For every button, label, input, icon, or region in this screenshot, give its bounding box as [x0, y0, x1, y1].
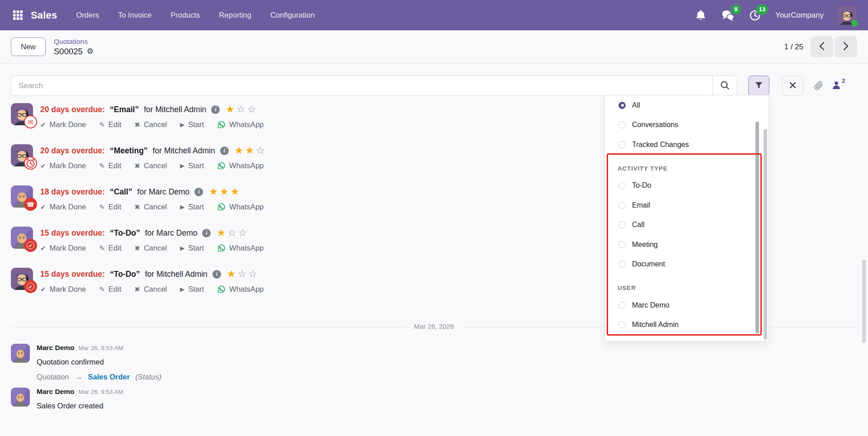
filter-option-call[interactable]: Call: [605, 215, 769, 235]
edit-button[interactable]: ✎Edit: [99, 203, 121, 211]
avatar[interactable]: [11, 144, 33, 166]
filter-option-todo[interactable]: To-Do: [605, 176, 769, 196]
avatar[interactable]: ☎: [11, 185, 33, 208]
star-filled-icon[interactable]: ★: [227, 269, 236, 279]
edit-button[interactable]: ✎Edit: [99, 161, 121, 170]
pencil-icon: ✎: [99, 245, 105, 251]
new-button[interactable]: New: [11, 38, 46, 56]
mark-done-button[interactable]: ✔Mark Done: [40, 285, 86, 294]
star-empty-icon[interactable]: ☆: [236, 104, 245, 114]
filter-option-all[interactable]: All: [605, 95, 769, 115]
star-filled-icon[interactable]: ★: [235, 146, 244, 156]
avatar[interactable]: ✓: [11, 227, 33, 249]
menu-reporting[interactable]: Reporting: [219, 11, 251, 19]
dropdown-outer-scrollbar[interactable]: [764, 129, 767, 340]
menu-orders[interactable]: Orders: [76, 11, 99, 19]
cancel-button[interactable]: ✖Cancel: [134, 120, 167, 129]
cancel-button[interactable]: ✖Cancel: [134, 161, 167, 170]
filter-option-conversations[interactable]: Conversations: [605, 115, 769, 135]
star-empty-icon[interactable]: ☆: [238, 228, 247, 238]
play-icon: ▶: [180, 245, 184, 251]
avatar[interactable]: ✉: [11, 103, 33, 125]
start-button[interactable]: ▶Start: [180, 203, 204, 211]
chatter-panel: 2 ✉ 20 days overdue: “Email” for Mitchel…: [0, 64, 868, 436]
attachments-button[interactable]: [813, 80, 824, 92]
whatsapp-button[interactable]: WhatsApp: [217, 244, 264, 252]
page-scrollbar[interactable]: [862, 260, 866, 343]
star-filled-icon[interactable]: ★: [231, 187, 240, 197]
start-button[interactable]: ▶Start: [180, 120, 204, 129]
avatar[interactable]: [11, 388, 30, 407]
menu-products[interactable]: Products: [170, 11, 200, 19]
breadcrumb-quotations-link[interactable]: Quotations: [54, 37, 94, 46]
edit-button[interactable]: ✎Edit: [99, 244, 121, 252]
star-empty-icon[interactable]: ☆: [247, 104, 256, 114]
pager-counter[interactable]: 1 / 25: [784, 43, 803, 52]
filter-option-meeting[interactable]: Meeting: [605, 235, 769, 255]
avatar[interactable]: ✓: [11, 268, 33, 290]
info-icon[interactable]: i: [202, 229, 211, 237]
star-empty-icon[interactable]: ☆: [256, 146, 265, 156]
gear-icon[interactable]: ⚙: [87, 47, 94, 55]
mark-done-button[interactable]: ✔Mark Done: [40, 161, 86, 170]
edit-button[interactable]: ✎Edit: [99, 120, 121, 129]
star-empty-icon[interactable]: ☆: [248, 269, 257, 279]
company-switcher[interactable]: YourCompany: [775, 11, 824, 20]
filter-option-email[interactable]: Email: [605, 195, 769, 215]
filter-option-document[interactable]: Document: [605, 255, 769, 275]
whatsapp-button[interactable]: WhatsApp: [217, 161, 264, 170]
pager-previous-button[interactable]: [811, 36, 833, 57]
close-thread-button[interactable]: [782, 76, 803, 96]
start-button[interactable]: ▶Start: [180, 244, 204, 252]
info-icon[interactable]: i: [194, 188, 203, 196]
avatar[interactable]: [11, 344, 30, 363]
cancel-button[interactable]: ✖Cancel: [134, 203, 167, 211]
followers-button[interactable]: 2: [832, 81, 845, 91]
star-filled-icon[interactable]: ★: [220, 187, 229, 197]
whatsapp-button[interactable]: WhatsApp: [217, 120, 264, 129]
tracking-new-value-link[interactable]: Sales Order: [88, 373, 130, 381]
radio-icon: [618, 102, 626, 109]
edit-button[interactable]: ✎Edit: [99, 285, 121, 294]
activity-title: “Call”: [110, 187, 132, 197]
apps-grid-icon[interactable]: [11, 9, 24, 22]
info-icon[interactable]: i: [212, 270, 221, 279]
start-button[interactable]: ▶Start: [180, 161, 204, 170]
star-filled-icon[interactable]: ★: [217, 228, 226, 238]
filter-option-marc-demo[interactable]: Marc Demo: [605, 295, 769, 315]
mark-done-button[interactable]: ✔Mark Done: [40, 203, 86, 211]
todo-activity-badge-icon: ✓: [24, 239, 37, 252]
activities-clock-icon[interactable]: 13: [748, 9, 762, 22]
info-icon[interactable]: i: [220, 147, 229, 155]
whatsapp-button[interactable]: WhatsApp: [217, 285, 264, 294]
main-menu: Orders To Invoice Products Reporting Con…: [76, 11, 315, 19]
star-empty-icon[interactable]: ☆: [227, 228, 236, 238]
play-icon: ▶: [180, 163, 184, 169]
mark-done-button[interactable]: ✔Mark Done: [40, 120, 86, 129]
mark-done-button[interactable]: ✔Mark Done: [40, 244, 86, 252]
top-navbar: Sales Orders To Invoice Products Reporti…: [0, 0, 868, 30]
star-filled-icon[interactable]: ★: [209, 187, 218, 197]
check-icon: ✔: [40, 286, 46, 293]
pager-next-button[interactable]: [835, 36, 857, 57]
star-empty-icon[interactable]: ☆: [238, 269, 247, 279]
dropdown-scrollbar[interactable]: [755, 122, 759, 333]
filter-option-mitchell-admin[interactable]: Mitchell Admin: [605, 315, 769, 335]
star-filled-icon[interactable]: ★: [226, 104, 235, 114]
whatsapp-button[interactable]: WhatsApp: [217, 203, 264, 211]
star-filled-icon[interactable]: ★: [245, 146, 254, 156]
menu-configuration[interactable]: Configuration: [270, 11, 315, 19]
search-button[interactable]: [712, 76, 737, 95]
app-name[interactable]: Sales: [31, 9, 57, 21]
search-input[interactable]: [11, 76, 712, 95]
filter-button[interactable]: [748, 76, 769, 96]
start-button[interactable]: ▶Start: [180, 285, 204, 294]
cancel-button[interactable]: ✖Cancel: [134, 244, 167, 252]
info-icon[interactable]: i: [211, 105, 220, 114]
user-avatar[interactable]: [837, 6, 856, 25]
cancel-button[interactable]: ✖Cancel: [134, 285, 167, 294]
notifications-bell-icon[interactable]: [694, 9, 708, 22]
menu-to-invoice[interactable]: To Invoice: [118, 11, 151, 19]
filter-option-tracked-changes[interactable]: Tracked Changes: [605, 135, 769, 155]
messages-icon[interactable]: 9: [721, 9, 735, 22]
